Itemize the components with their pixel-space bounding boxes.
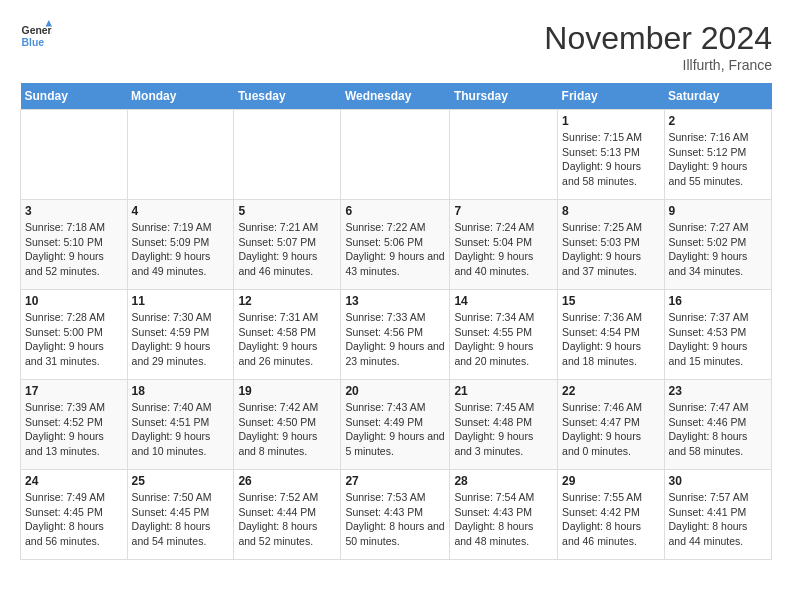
day-number: 23 bbox=[669, 384, 767, 398]
day-of-week-header: Sunday bbox=[21, 83, 128, 110]
calendar-day-cell: 4Sunrise: 7:19 AM Sunset: 5:09 PM Daylig… bbox=[127, 200, 234, 290]
day-number: 19 bbox=[238, 384, 336, 398]
calendar-week-row: 1Sunrise: 7:15 AM Sunset: 5:13 PM Daylig… bbox=[21, 110, 772, 200]
day-number: 6 bbox=[345, 204, 445, 218]
svg-text:General: General bbox=[22, 25, 52, 36]
calendar-day-cell: 20Sunrise: 7:43 AM Sunset: 4:49 PM Dayli… bbox=[341, 380, 450, 470]
day-info: Sunrise: 7:16 AM Sunset: 5:12 PM Dayligh… bbox=[669, 130, 767, 189]
logo: General Blue bbox=[20, 20, 52, 52]
calendar-day-cell bbox=[341, 110, 450, 200]
calendar-day-cell: 10Sunrise: 7:28 AM Sunset: 5:00 PM Dayli… bbox=[21, 290, 128, 380]
day-info: Sunrise: 7:40 AM Sunset: 4:51 PM Dayligh… bbox=[132, 400, 230, 459]
day-number: 16 bbox=[669, 294, 767, 308]
day-info: Sunrise: 7:18 AM Sunset: 5:10 PM Dayligh… bbox=[25, 220, 123, 279]
day-info: Sunrise: 7:21 AM Sunset: 5:07 PM Dayligh… bbox=[238, 220, 336, 279]
day-info: Sunrise: 7:15 AM Sunset: 5:13 PM Dayligh… bbox=[562, 130, 659, 189]
calendar-day-cell bbox=[127, 110, 234, 200]
day-number: 13 bbox=[345, 294, 445, 308]
day-info: Sunrise: 7:47 AM Sunset: 4:46 PM Dayligh… bbox=[669, 400, 767, 459]
calendar-day-cell: 7Sunrise: 7:24 AM Sunset: 5:04 PM Daylig… bbox=[450, 200, 558, 290]
day-info: Sunrise: 7:50 AM Sunset: 4:45 PM Dayligh… bbox=[132, 490, 230, 549]
svg-marker-2 bbox=[46, 20, 52, 26]
day-info: Sunrise: 7:53 AM Sunset: 4:43 PM Dayligh… bbox=[345, 490, 445, 549]
day-number: 12 bbox=[238, 294, 336, 308]
calendar-day-cell: 12Sunrise: 7:31 AM Sunset: 4:58 PM Dayli… bbox=[234, 290, 341, 380]
calendar-day-cell: 21Sunrise: 7:45 AM Sunset: 4:48 PM Dayli… bbox=[450, 380, 558, 470]
day-info: Sunrise: 7:42 AM Sunset: 4:50 PM Dayligh… bbox=[238, 400, 336, 459]
day-info: Sunrise: 7:55 AM Sunset: 4:42 PM Dayligh… bbox=[562, 490, 659, 549]
day-info: Sunrise: 7:28 AM Sunset: 5:00 PM Dayligh… bbox=[25, 310, 123, 369]
location: Illfurth, France bbox=[544, 57, 772, 73]
day-info: Sunrise: 7:43 AM Sunset: 4:49 PM Dayligh… bbox=[345, 400, 445, 459]
calendar-day-cell: 11Sunrise: 7:30 AM Sunset: 4:59 PM Dayli… bbox=[127, 290, 234, 380]
day-info: Sunrise: 7:19 AM Sunset: 5:09 PM Dayligh… bbox=[132, 220, 230, 279]
calendar-day-cell: 19Sunrise: 7:42 AM Sunset: 4:50 PM Dayli… bbox=[234, 380, 341, 470]
calendar-day-cell: 23Sunrise: 7:47 AM Sunset: 4:46 PM Dayli… bbox=[664, 380, 771, 470]
calendar-week-row: 3Sunrise: 7:18 AM Sunset: 5:10 PM Daylig… bbox=[21, 200, 772, 290]
day-number: 14 bbox=[454, 294, 553, 308]
calendar-day-cell: 14Sunrise: 7:34 AM Sunset: 4:55 PM Dayli… bbox=[450, 290, 558, 380]
calendar-day-cell: 2Sunrise: 7:16 AM Sunset: 5:12 PM Daylig… bbox=[664, 110, 771, 200]
day-info: Sunrise: 7:45 AM Sunset: 4:48 PM Dayligh… bbox=[454, 400, 553, 459]
day-info: Sunrise: 7:22 AM Sunset: 5:06 PM Dayligh… bbox=[345, 220, 445, 279]
day-number: 29 bbox=[562, 474, 659, 488]
svg-text:Blue: Blue bbox=[22, 37, 45, 48]
day-number: 11 bbox=[132, 294, 230, 308]
day-number: 28 bbox=[454, 474, 553, 488]
day-info: Sunrise: 7:57 AM Sunset: 4:41 PM Dayligh… bbox=[669, 490, 767, 549]
calendar-day-cell: 15Sunrise: 7:36 AM Sunset: 4:54 PM Dayli… bbox=[558, 290, 664, 380]
calendar-day-cell bbox=[21, 110, 128, 200]
day-number: 4 bbox=[132, 204, 230, 218]
day-info: Sunrise: 7:39 AM Sunset: 4:52 PM Dayligh… bbox=[25, 400, 123, 459]
calendar-week-row: 24Sunrise: 7:49 AM Sunset: 4:45 PM Dayli… bbox=[21, 470, 772, 560]
calendar-day-cell: 27Sunrise: 7:53 AM Sunset: 4:43 PM Dayli… bbox=[341, 470, 450, 560]
calendar-day-cell: 3Sunrise: 7:18 AM Sunset: 5:10 PM Daylig… bbox=[21, 200, 128, 290]
calendar-header-row: SundayMondayTuesdayWednesdayThursdayFrid… bbox=[21, 83, 772, 110]
calendar-day-cell: 13Sunrise: 7:33 AM Sunset: 4:56 PM Dayli… bbox=[341, 290, 450, 380]
day-number: 25 bbox=[132, 474, 230, 488]
calendar-day-cell: 9Sunrise: 7:27 AM Sunset: 5:02 PM Daylig… bbox=[664, 200, 771, 290]
day-of-week-header: Saturday bbox=[664, 83, 771, 110]
calendar-day-cell: 30Sunrise: 7:57 AM Sunset: 4:41 PM Dayli… bbox=[664, 470, 771, 560]
calendar-day-cell: 5Sunrise: 7:21 AM Sunset: 5:07 PM Daylig… bbox=[234, 200, 341, 290]
calendar-day-cell: 22Sunrise: 7:46 AM Sunset: 4:47 PM Dayli… bbox=[558, 380, 664, 470]
day-number: 30 bbox=[669, 474, 767, 488]
logo-icon: General Blue bbox=[20, 20, 52, 52]
day-of-week-header: Thursday bbox=[450, 83, 558, 110]
calendar-day-cell: 25Sunrise: 7:50 AM Sunset: 4:45 PM Dayli… bbox=[127, 470, 234, 560]
day-info: Sunrise: 7:52 AM Sunset: 4:44 PM Dayligh… bbox=[238, 490, 336, 549]
day-number: 9 bbox=[669, 204, 767, 218]
calendar-day-cell bbox=[450, 110, 558, 200]
calendar-day-cell: 17Sunrise: 7:39 AM Sunset: 4:52 PM Dayli… bbox=[21, 380, 128, 470]
day-number: 22 bbox=[562, 384, 659, 398]
day-of-week-header: Friday bbox=[558, 83, 664, 110]
day-number: 27 bbox=[345, 474, 445, 488]
calendar-day-cell: 16Sunrise: 7:37 AM Sunset: 4:53 PM Dayli… bbox=[664, 290, 771, 380]
day-number: 21 bbox=[454, 384, 553, 398]
day-info: Sunrise: 7:30 AM Sunset: 4:59 PM Dayligh… bbox=[132, 310, 230, 369]
day-number: 7 bbox=[454, 204, 553, 218]
day-info: Sunrise: 7:36 AM Sunset: 4:54 PM Dayligh… bbox=[562, 310, 659, 369]
day-info: Sunrise: 7:24 AM Sunset: 5:04 PM Dayligh… bbox=[454, 220, 553, 279]
day-info: Sunrise: 7:37 AM Sunset: 4:53 PM Dayligh… bbox=[669, 310, 767, 369]
day-info: Sunrise: 7:27 AM Sunset: 5:02 PM Dayligh… bbox=[669, 220, 767, 279]
day-number: 15 bbox=[562, 294, 659, 308]
day-number: 20 bbox=[345, 384, 445, 398]
day-number: 17 bbox=[25, 384, 123, 398]
day-of-week-header: Tuesday bbox=[234, 83, 341, 110]
day-number: 18 bbox=[132, 384, 230, 398]
calendar-body: 1Sunrise: 7:15 AM Sunset: 5:13 PM Daylig… bbox=[21, 110, 772, 560]
day-number: 5 bbox=[238, 204, 336, 218]
header: General Blue November 2024 Illfurth, Fra… bbox=[20, 20, 772, 73]
day-number: 2 bbox=[669, 114, 767, 128]
calendar-day-cell: 24Sunrise: 7:49 AM Sunset: 4:45 PM Dayli… bbox=[21, 470, 128, 560]
day-number: 26 bbox=[238, 474, 336, 488]
calendar-day-cell: 8Sunrise: 7:25 AM Sunset: 5:03 PM Daylig… bbox=[558, 200, 664, 290]
calendar-day-cell: 18Sunrise: 7:40 AM Sunset: 4:51 PM Dayli… bbox=[127, 380, 234, 470]
calendar-week-row: 10Sunrise: 7:28 AM Sunset: 5:00 PM Dayli… bbox=[21, 290, 772, 380]
day-of-week-header: Monday bbox=[127, 83, 234, 110]
calendar-day-cell: 28Sunrise: 7:54 AM Sunset: 4:43 PM Dayli… bbox=[450, 470, 558, 560]
day-info: Sunrise: 7:54 AM Sunset: 4:43 PM Dayligh… bbox=[454, 490, 553, 549]
day-number: 24 bbox=[25, 474, 123, 488]
day-info: Sunrise: 7:49 AM Sunset: 4:45 PM Dayligh… bbox=[25, 490, 123, 549]
